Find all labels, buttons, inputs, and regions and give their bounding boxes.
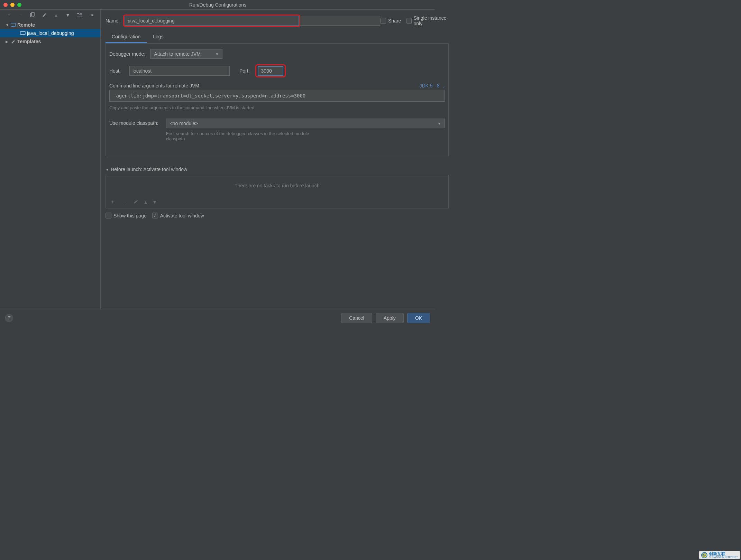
name-label: Name: — [106, 18, 120, 24]
before-launch-checkrow: Show this page Activate tool window — [106, 213, 449, 218]
activate-tool-window-wrap[interactable]: Activate tool window — [152, 213, 204, 218]
name-row: Name: Share Single instance only — [106, 15, 449, 27]
host-input[interactable] — [129, 66, 230, 76]
activate-tool-window-label: Activate tool window — [160, 213, 204, 218]
window-title: Run/Debug Configurations — [4, 2, 431, 8]
add-task-icon[interactable]: ＋ — [110, 198, 116, 206]
move-task-down-icon[interactable]: ▾ — [153, 199, 156, 205]
config-tabbar: Configuration Logs — [106, 31, 449, 44]
chevron-down-icon: ▼ — [438, 122, 441, 125]
jdk-version-link[interactable]: JDK 5 - 8 ⌄ — [419, 83, 445, 88]
debugger-mode-row: Debugger mode: Attach to remote JVM ▼ — [109, 49, 445, 59]
share-label: Share — [388, 18, 401, 24]
remove-task-icon[interactable]: － — [122, 198, 127, 206]
show-this-page-checkbox[interactable] — [106, 213, 111, 218]
jdk-link-text: JDK 5 - 8 — [419, 83, 439, 88]
activate-tool-window-checkbox[interactable] — [152, 213, 158, 218]
show-this-page-wrap[interactable]: Show this page — [106, 213, 147, 218]
cancel-button[interactable]: Cancel — [341, 313, 372, 323]
cmd-label-row: Command line arguments for remote JVM: J… — [109, 83, 445, 88]
before-launch-title: Before launch: Activate tool window — [111, 167, 187, 172]
tree-node-label: Remote — [17, 22, 35, 28]
ok-button[interactable]: OK — [407, 313, 430, 323]
share-checkbox[interactable] — [380, 18, 386, 24]
module-classpath-label: Use module classpath: — [109, 119, 158, 126]
single-instance-label: Single instance only — [414, 15, 449, 26]
chevron-down-icon: ⌄ — [442, 84, 445, 88]
svg-rect-1 — [31, 13, 34, 16]
port-input[interactable] — [258, 66, 283, 76]
configurations-tree: ▼ Remote java_local_debugging ▶ — [0, 20, 100, 309]
apply-button[interactable]: Apply — [376, 313, 404, 323]
remote-icon — [20, 31, 26, 36]
module-classpath-value: <no module> — [170, 121, 198, 126]
svg-rect-4 — [20, 31, 25, 35]
tree-node-label: Templates — [17, 39, 41, 44]
before-launch-section: ▼ Before launch: Activate tool window Th… — [106, 167, 449, 218]
remote-icon — [10, 22, 16, 27]
sort-icon[interactable]: ↓az — [89, 12, 94, 18]
move-down-icon[interactable]: ▾ — [65, 12, 71, 18]
svg-rect-3 — [12, 27, 14, 27]
module-classpath-select[interactable]: <no module> ▼ — [166, 119, 445, 128]
cmd-args-label: Command line arguments for remote JVM: — [109, 83, 201, 88]
tab-logs[interactable]: Logs — [147, 31, 170, 43]
host-port-row: Host: Port: — [109, 64, 445, 77]
tree-node-templates[interactable]: ▶ Templates — [0, 37, 100, 46]
tree-node-remote[interactable]: ▼ Remote — [0, 21, 100, 29]
footer-buttons: Cancel Apply OK — [341, 313, 430, 323]
single-instance-checkbox-wrap[interactable]: Single instance only — [406, 15, 448, 26]
sidebar-toolbar: ＋ － ▴ ▾ ↓az — [0, 10, 100, 20]
cmd-args-textarea[interactable]: -agentlib:jdwp=transport=dt_socket,serve… — [109, 90, 445, 102]
copy-config-icon[interactable] — [30, 12, 35, 18]
move-task-up-icon[interactable]: ▴ — [144, 199, 147, 205]
edit-task-icon[interactable] — [134, 199, 138, 205]
configuration-main: Name: Share Single instance only Configu… — [101, 10, 454, 309]
run-debug-dialog: Run/Debug Configurations ＋ － ▴ ▾ ↓az — [0, 0, 435, 326]
debugger-mode-value: Attach to remote JVM — [154, 51, 201, 57]
dialog-content: ＋ － ▴ ▾ ↓az ▼ — [0, 10, 435, 309]
svg-rect-2 — [11, 23, 16, 26]
cmd-hint: Copy and paste the arguments to the comm… — [109, 105, 445, 110]
move-up-icon[interactable]: ▴ — [53, 12, 59, 18]
remove-config-icon[interactable]: － — [18, 12, 24, 18]
port-label: Port: — [239, 68, 250, 74]
show-this-page-label: Show this page — [113, 213, 147, 218]
module-hint: First search for sources of the debugged… — [166, 131, 311, 141]
expand-icon: ▶ — [6, 40, 10, 44]
debugger-mode-label: Debugger mode: — [109, 51, 145, 57]
module-classpath-row: Use module classpath: <no module> ▼ Firs… — [109, 119, 445, 141]
titlebar: Run/Debug Configurations — [0, 0, 435, 10]
dialog-footer: ? Cancel Apply OK — [0, 309, 435, 326]
port-highlight-box — [255, 64, 286, 77]
before-launch-panel: There are no tasks to run before launch … — [106, 175, 449, 208]
help-button[interactable]: ? — [5, 314, 13, 322]
single-instance-checkbox[interactable] — [406, 18, 411, 24]
name-input[interactable] — [125, 16, 299, 26]
configuration-panel: Debugger mode: Attach to remote JVM ▼ Ho… — [106, 44, 449, 156]
chevron-down-icon: ▼ — [215, 52, 219, 56]
before-launch-header[interactable]: ▼ Before launch: Activate tool window — [106, 167, 449, 172]
tree-node-label: java_local_debugging — [27, 30, 74, 36]
svg-rect-5 — [22, 35, 24, 35]
before-launch-toolbar: ＋ － ▴ ▾ — [106, 196, 448, 208]
debugger-mode-select[interactable]: Attach to remote JVM ▼ — [150, 49, 222, 59]
share-checkbox-wrap[interactable]: Share — [380, 18, 401, 24]
collapse-icon: ▼ — [106, 168, 109, 171]
wrench-icon — [10, 39, 16, 44]
settings-icon[interactable] — [42, 12, 47, 18]
name-input-tail[interactable] — [300, 16, 380, 26]
tree-node-java-local-debugging[interactable]: java_local_debugging — [0, 29, 100, 37]
expand-icon: ▼ — [6, 23, 10, 27]
configurations-sidebar: ＋ － ▴ ▾ ↓az ▼ — [0, 10, 101, 309]
folder-icon[interactable] — [77, 12, 82, 18]
name-highlight-box — [123, 15, 300, 27]
before-launch-empty: There are no tasks to run before launch — [106, 175, 448, 196]
add-config-icon[interactable]: ＋ — [6, 12, 12, 18]
host-label: Host: — [109, 68, 126, 74]
tab-configuration[interactable]: Configuration — [106, 31, 147, 43]
